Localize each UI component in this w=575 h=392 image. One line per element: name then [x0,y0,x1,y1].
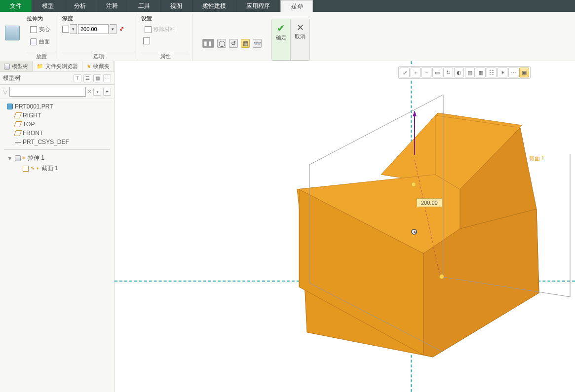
remove-material-icon [145,26,152,33]
ribbon-group-extrude-as: 拉伸为 实心 曲面 放置 [24,14,59,61]
drag-handle-top[interactable] [411,182,416,187]
menu-flex[interactable]: 柔性建模 [192,0,236,12]
menu-analysis[interactable]: 分析 [64,0,96,12]
depth-type-icon[interactable] [62,26,69,33]
close-icon: ✕ [297,22,304,33]
cancel-button[interactable]: ✕ 取消 [291,19,309,60]
filter-add[interactable]: + [103,88,111,96]
sketch-icon [23,166,29,172]
pause-button[interactable]: ▮▮ [202,39,214,48]
model-tree: PRT0001.PRT RIGHT TOP FRONT PRT_CSYS_DEF… [0,99,114,392]
menu-extrude[interactable]: 拉伸 [280,0,313,12]
sidebar-header: 模型树 T ☰ ▦ ⋯ [0,72,114,85]
options-footer[interactable]: 选项 [62,52,135,61]
tree-separator [4,149,110,150]
ribbon-group-settings: 设置 移除材料 属性 [138,14,192,61]
menu-view[interactable]: 视图 [160,0,192,12]
tree-tool-1[interactable]: T [74,74,81,82]
csys-icon [15,139,21,145]
filter-clear[interactable]: × [88,88,91,95]
new-star-icon: ✶ [22,155,26,161]
tree-tool-3[interactable]: ▦ [93,74,101,82]
qc-2[interactable]: ↺ [229,39,238,48]
solid-icon [30,26,37,33]
section-label: 截面 1 [529,155,544,162]
filter-row: ▽ × ▾ + [0,85,114,99]
solid-button[interactable]: 实心 [27,24,53,35]
tab-favorites[interactable]: ★收藏夹 [82,61,114,71]
filter-input[interactable] [9,87,86,97]
solid-geometry [115,61,575,392]
drag-handle-bottom[interactable] [439,274,444,279]
main-area: 模型树 📁文件夹浏览器 ★收藏夹 模型树 T ☰ ▦ ⋯ ▽ × ▾ + PRT… [0,61,575,392]
depth-title: 深度 [62,14,135,24]
tree-csys[interactable]: PRT_CSYS_DEF [2,138,112,146]
datum-icon [14,121,22,127]
part-icon [7,104,13,109]
extrude-as-title: 拉伸为 [27,14,56,24]
datum-icon [14,112,22,118]
menu-annotate[interactable]: 注释 [96,0,128,12]
surface-button[interactable]: 曲面 [27,36,53,47]
menu-apps[interactable]: 应用程序 [236,0,280,12]
depth-value-dropdown[interactable]: ▾ [110,24,116,34]
tab-model-tree[interactable]: 模型树 [0,61,33,71]
ok-button[interactable]: ✔ 确定 [272,19,291,60]
csys-origin[interactable] [411,229,417,235]
sidebar-title: 模型树 [3,74,21,82]
main-menu-bar: 文件 模型 分析 注释 工具 视图 柔性建模 应用程序 拉伸 [0,0,575,12]
tree-part[interactable]: PRT0001.PRT [2,102,112,111]
sidebar-tabs: 模型树 📁文件夹浏览器 ★收藏夹 [0,61,114,72]
extrude-feature-icon [5,26,20,40]
placement-footer[interactable]: 放置 [27,52,56,61]
tree-front[interactable]: FRONT [2,129,112,138]
properties-footer[interactable]: 属性 [141,52,189,61]
feature-icon [15,155,21,161]
filter-dropdown[interactable]: ▾ [93,88,101,96]
flip-direction-icon[interactable]: ⤢ [119,26,126,33]
tab-folder-browser[interactable]: 📁文件夹浏览器 [33,61,82,71]
dimension-value[interactable]: 200.00 [417,198,442,207]
tree-icon [4,64,10,70]
menu-model[interactable]: 模型 [32,0,64,12]
tree-tool-4[interactable]: ⋯ [103,74,111,82]
depth-input[interactable] [78,24,109,34]
datum-icon [14,130,22,136]
tree-tool-2[interactable]: ☰ [83,74,91,82]
sidebar: 模型树 📁文件夹浏览器 ★收藏夹 模型树 T ☰ ▦ ⋯ ▽ × ▾ + PRT… [0,61,115,392]
svg-marker-42 [413,110,417,116]
ribbon: 拉伸为 实心 曲面 放置 深度 ▾ ▾ ⤢ 选项 设置 移除材料 属性 ▮▮ ◯ [0,12,575,61]
thicken-icon[interactable] [143,37,150,44]
qc-3[interactable]: ▦ [241,39,250,48]
tree-section1[interactable]: ✎✶截面 1 [2,163,112,174]
viewport[interactable]: ⤢ ＋ － ▭ ↻ ◐ ▤ ▦ ☷ ✶ ⋯ ▣ [115,61,575,392]
new-star-icon: ✶ [36,166,39,171]
tree-top[interactable]: TOP [2,120,112,129]
confirm-group: ✔ 确定 ✕ 取消 [271,19,310,61]
check-icon: ✔ [277,22,285,34]
tree-extrude1[interactable]: ▼✶拉伸 1 [2,153,112,163]
menu-tools[interactable]: 工具 [128,0,160,12]
depth-type-dropdown[interactable]: ▾ [70,24,77,34]
ribbon-group-depth: 深度 ▾ ▾ ⤢ 选项 [59,14,138,61]
remove-material-button: 移除材料 [141,24,179,35]
glasses-icon[interactable]: 👓 [253,39,262,48]
surface-icon [30,38,37,45]
quick-controls: ▮▮ ◯ ↺ ▦ 👓 [202,26,262,61]
menu-file[interactable]: 文件 [0,0,32,12]
filter-icon[interactable]: ▽ [3,88,7,95]
tree-right[interactable]: RIGHT [2,111,112,120]
settings-title: 设置 [141,14,189,24]
qc-1[interactable]: ◯ [217,39,226,48]
